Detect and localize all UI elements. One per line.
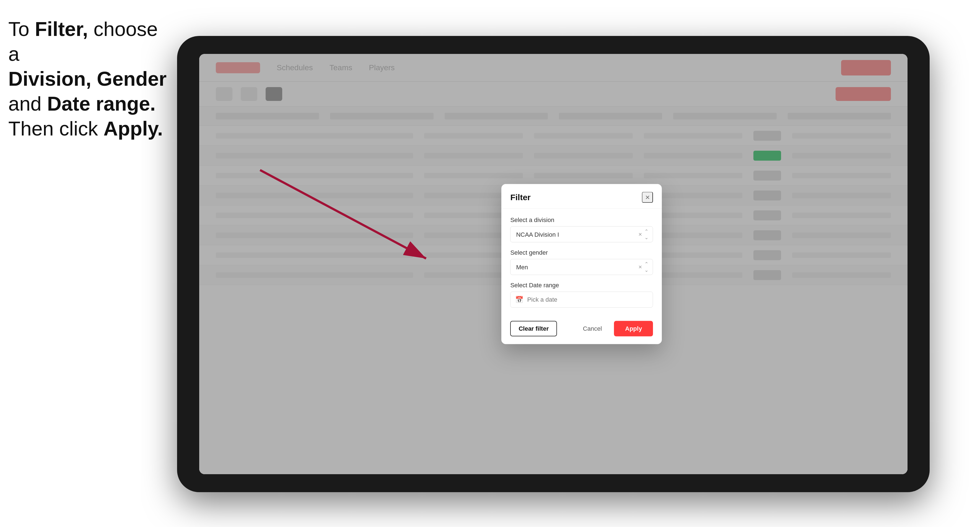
close-icon: × <box>645 193 650 202</box>
gender-label: Select gender <box>510 249 653 256</box>
date-input-wrapper: 📅 <box>510 292 653 308</box>
modal-title: Filter <box>510 193 530 202</box>
division-label: Select a division <box>510 216 653 224</box>
date-label: Select Date range <box>510 282 653 289</box>
footer-right-buttons: Cancel Apply <box>575 321 653 337</box>
modal-footer: Clear filter Cancel Apply <box>501 316 662 344</box>
date-form-group: Select Date range 📅 <box>510 282 653 308</box>
cancel-button[interactable]: Cancel <box>575 321 609 337</box>
clear-filter-button[interactable]: Clear filter <box>510 321 557 337</box>
division-clear-icon[interactable]: × <box>639 231 642 238</box>
modal-body: Select a division NCAA Division I NCAA D… <box>501 209 662 316</box>
gender-select-wrapper: Men Women × ⌃⌄ <box>510 259 653 275</box>
tablet-screen: Schedules Teams Players <box>199 54 907 474</box>
instruction-bold2: Division, Gender <box>8 68 167 90</box>
gender-select[interactable]: Men Women <box>510 259 653 275</box>
date-input[interactable] <box>510 292 653 308</box>
modal-header: Filter × <box>501 184 662 209</box>
division-select-wrapper: NCAA Division I NCAA Division II NCAA Di… <box>510 227 653 243</box>
tablet-frame: Schedules Teams Players <box>177 36 930 492</box>
instruction-line4: Then click Apply. <box>8 117 163 140</box>
filter-modal: Filter × Select a division NCAA Division… <box>501 184 662 344</box>
gender-clear-icon[interactable]: × <box>639 264 642 271</box>
apply-button[interactable]: Apply <box>614 321 653 337</box>
instruction-line1: To Filter, choose a <box>8 18 158 65</box>
calendar-icon: 📅 <box>515 296 523 303</box>
modal-close-button[interactable]: × <box>642 192 653 203</box>
division-select[interactable]: NCAA Division I NCAA Division II NCAA Di… <box>510 227 653 243</box>
gender-form-group: Select gender Men Women × ⌃⌄ <box>510 249 653 275</box>
division-form-group: Select a division NCAA Division I NCAA D… <box>510 216 653 243</box>
instruction-line3: and Date range. <box>8 93 156 115</box>
instruction-text: To Filter, choose a Division, Gender and… <box>8 17 169 141</box>
